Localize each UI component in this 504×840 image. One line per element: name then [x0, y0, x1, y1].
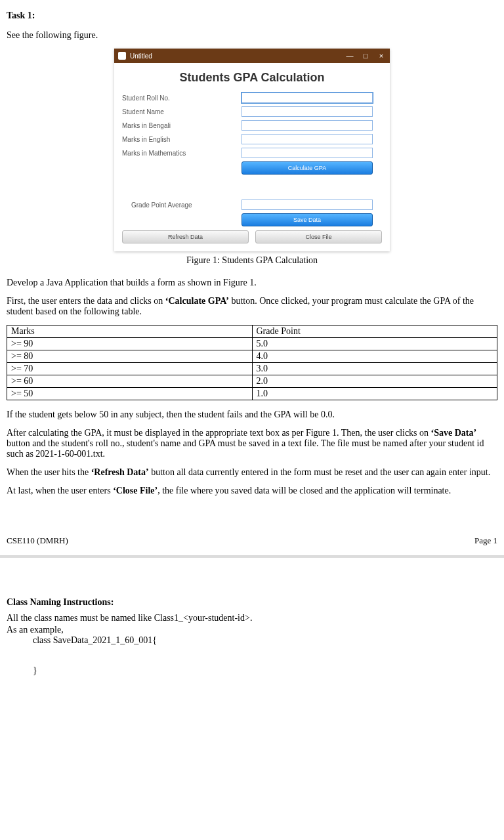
close-button[interactable]: × [377, 51, 386, 60]
text: When the user hits the [7, 467, 91, 477]
bold-term: ‘Refresh Data’ [91, 467, 149, 477]
table-row: >= 501.0 [7, 388, 497, 400]
page-divider [0, 555, 504, 558]
label-bengali: Marks in Bengali [122, 122, 227, 129]
text: After calculating the GPA, it must be di… [7, 428, 431, 438]
paragraph-close: At last, when the user enters ‘Close Fil… [7, 486, 497, 496]
table-row: >= 804.0 [7, 350, 497, 363]
class-naming-p2: As an example, [7, 625, 497, 635]
label-name: Student Name [122, 108, 227, 116]
name-input[interactable] [242, 106, 373, 117]
gpa-output[interactable] [242, 200, 373, 210]
titlebar: Untitled — □ × [114, 49, 390, 63]
label-roll: Student Roll No. [122, 94, 227, 102]
table-row: >= 703.0 [7, 363, 497, 375]
window-title: Untitled [130, 52, 152, 60]
header-marks: Marks [7, 326, 253, 338]
app-window: Untitled — □ × Students GPA Calculation … [114, 49, 390, 251]
bengali-input[interactable] [242, 120, 373, 131]
figure-caption: Figure 1: Students GPA Calculation [7, 255, 497, 266]
label-gpa: Grade Point Average [122, 201, 227, 209]
app-title: Students GPA Calculation [122, 71, 382, 85]
close-file-button[interactable]: Close File [255, 230, 382, 243]
paragraph-refresh: When the user hits the ‘Refresh Data’ bu… [7, 467, 497, 478]
minimize-button[interactable]: — [345, 51, 354, 60]
paragraph-calc: First, the user enters the data and clic… [7, 296, 497, 317]
bold-term: ‘Save Data’ [431, 428, 477, 438]
bold-term: ‘Calculate GPA’ [165, 296, 229, 306]
table-row: >= 602.0 [7, 375, 497, 388]
refresh-data-button[interactable]: Refresh Data [122, 230, 249, 243]
intro-text: See the following figure. [7, 30, 497, 41]
grade-table: Marks Grade Point >= 905.0 >= 804.0 >= 7… [7, 325, 497, 400]
class-naming-code: class SaveData_2021_1_60_001{ [7, 635, 497, 646]
paragraph-save: After calculating the GPA, it must be di… [7, 428, 497, 459]
class-naming-p1: All the class names must be named like C… [7, 613, 497, 623]
paragraph-develop: Develop a Java Application that builds a… [7, 278, 497, 288]
calculate-gpa-button[interactable]: Calculate GPA [242, 161, 373, 175]
header-gp: Grade Point [252, 326, 497, 338]
text: button all data currently entered in the… [149, 467, 491, 477]
label-math: Marks in Mathematics [122, 150, 227, 157]
class-naming-brace: } [7, 665, 497, 676]
label-english: Marks in English [122, 136, 227, 143]
text: , the file where you saved data will be … [158, 486, 451, 495]
english-input[interactable] [242, 134, 373, 144]
class-naming-heading: Class Naming Instructions: [7, 597, 497, 608]
footer-left: CSE110 (DMRH) [7, 536, 68, 546]
bold-term: ‘Close File’ [113, 486, 158, 495]
maximize-button[interactable]: □ [361, 51, 370, 60]
roll-input[interactable] [242, 93, 373, 103]
text: First, the user enters the data and clic… [7, 296, 165, 306]
task-heading: Task 1: [7, 10, 497, 21]
table-row: >= 905.0 [7, 338, 497, 350]
text: At last, when the user enters [7, 486, 113, 495]
footer-right: Page 1 [474, 536, 497, 546]
save-data-button[interactable]: Save Data [242, 213, 373, 226]
page-footer: CSE110 (DMRH) Page 1 [7, 536, 497, 546]
table-row: Marks Grade Point [7, 326, 497, 338]
text: button and the student's roll no., stude… [7, 438, 484, 459]
math-input[interactable] [242, 148, 373, 158]
java-icon [118, 52, 126, 60]
paragraph-fail: If the student gets below 50 in any subj… [7, 410, 497, 420]
